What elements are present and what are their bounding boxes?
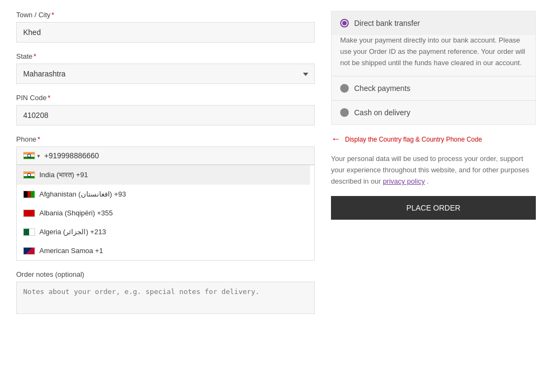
india-flag-icon [23, 152, 35, 159]
phone-field-group: Phone* ▾ India (भारत) +91 [16, 135, 315, 261]
privacy-text-content: Your personal data will be used to proce… [331, 155, 529, 185]
radio-direct-bank [340, 19, 349, 27]
annotation-label: Display the Country flag & Country Phone… [345, 136, 482, 143]
town-label: Town / City* [16, 11, 315, 19]
town-input[interactable] [16, 22, 315, 43]
payment-option-cash[interactable]: Cash on delivery [332, 100, 535, 124]
state-select[interactable]: Maharashtra Delhi Karnataka Tamil Nadu G… [16, 64, 315, 84]
order-notes-label-text: Order notes (optional) [16, 270, 84, 278]
cash-on-delivery-label: Cash on delivery [354, 108, 410, 117]
afghanistan-flag [23, 191, 35, 198]
pin-field-group: PIN Code* [16, 94, 315, 125]
payment-methods-box: Direct bank transfer Make your payment d… [331, 11, 536, 125]
dropdown-item-american-samoa[interactable]: American Samoa +1 [17, 241, 310, 260]
dropdown-item-india[interactable]: India (भारत) +91 [17, 165, 310, 185]
place-order-button[interactable]: PLACE ORDER [331, 196, 536, 220]
check-payments-label: Check payments [354, 84, 410, 93]
radio-check-payments [340, 84, 349, 93]
left-column: Town / City* State* Maharashtra Delhi Ka… [16, 11, 315, 325]
india-flag-small [23, 171, 35, 179]
pin-input[interactable] [16, 105, 315, 125]
afghanistan-option-text: Afghanistan (افغانستان) +93 [39, 190, 126, 198]
required-star-pin: * [47, 94, 50, 102]
town-label-text: Town / City [16, 11, 51, 19]
privacy-text-block: Your personal data will be used to proce… [331, 153, 536, 187]
bank-transfer-desc: Make your payment directly into our bank… [332, 35, 535, 76]
state-field-group: State* Maharashtra Delhi Karnataka Tamil… [16, 52, 315, 84]
required-star-state: * [33, 52, 36, 60]
order-notes-group: Order notes (optional) [16, 270, 315, 316]
payment-option-direct-bank[interactable]: Direct bank transfer [332, 11, 535, 35]
phone-label: Phone* [16, 135, 315, 143]
state-select-wrapper: Maharashtra Delhi Karnataka Tamil Nadu G… [16, 64, 315, 84]
annotation-arrow-icon: ← [331, 134, 341, 145]
required-star-phone: * [38, 135, 40, 143]
albania-option-text: Albania (Shqipëri) +355 [39, 209, 113, 217]
flag-caret: ▾ [37, 153, 40, 159]
state-label-text: State [16, 52, 32, 60]
town-field-group: Town / City* [16, 11, 315, 43]
privacy-policy-link[interactable]: privacy policy [383, 177, 425, 185]
phone-label-text: Phone [16, 135, 37, 143]
order-notes-label: Order notes (optional) [16, 270, 315, 278]
radio-cash-delivery [340, 108, 349, 117]
payment-option-check[interactable]: Check payments [332, 76, 535, 100]
phone-country-dropdown[interactable]: India (भारत) +91 Afghanistan (افغانستان)… [16, 165, 315, 261]
direct-bank-label: Direct bank transfer [354, 19, 420, 27]
american-samoa-option-text: American Samoa +1 [39, 247, 103, 255]
phone-flag-selector[interactable]: ▾ [23, 152, 40, 159]
order-notes-textarea[interactable] [16, 282, 315, 314]
dropdown-item-albania[interactable]: Albania (Shqipëri) +355 [17, 204, 310, 222]
dropdown-item-algeria[interactable]: Algeria (الجزائر) +213 [17, 222, 310, 241]
phone-input-wrapper: ▾ [16, 146, 315, 165]
india-option-text: India (भारत) +91 [39, 171, 88, 179]
american-samoa-flag [23, 247, 35, 255]
pin-label: PIN Code* [16, 94, 315, 102]
algeria-flag [23, 228, 35, 236]
privacy-end: . [427, 177, 429, 185]
pin-label-text: PIN Code [16, 94, 46, 102]
phone-input[interactable] [44, 151, 308, 160]
right-column: Direct bank transfer Make your payment d… [331, 11, 536, 325]
albania-flag [23, 209, 35, 217]
required-star: * [52, 11, 54, 19]
dropdown-item-afghanistan[interactable]: Afghanistan (افغانستان) +93 [17, 185, 310, 204]
state-label: State* [16, 52, 315, 60]
algeria-option-text: Algeria (الجزائر) +213 [39, 228, 106, 236]
annotation-row: ← Display the Country flag & Country Pho… [331, 134, 536, 145]
